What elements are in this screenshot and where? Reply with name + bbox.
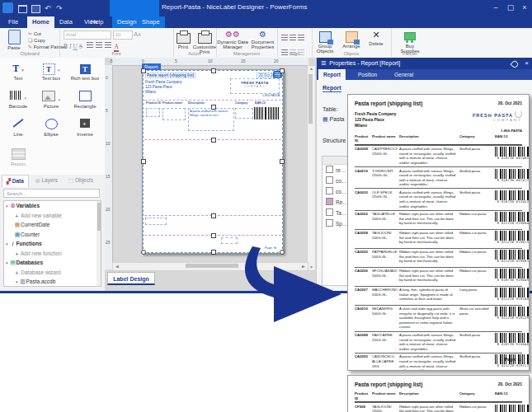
canvas-col-name[interactable]: Product name (162, 101, 182, 105)
tool-report[interactable]: Report (3, 148, 33, 166)
tree-variables[interactable]: ▾⚙Variables (4, 201, 101, 211)
tool-barcode[interactable]: ▾Barcode (3, 91, 33, 109)
tree-currentdate[interactable]: ▦CurrentDate (4, 220, 101, 230)
tree-functions[interactable]: ▾fFunctions (4, 239, 101, 249)
strike-button[interactable]: S (79, 43, 82, 50)
canvas-vscrollbar[interactable]: ▲ ▼ (307, 65, 316, 271)
canvas-logo[interactable]: FRESH PASTA COMPANY (230, 78, 280, 94)
canvas-address[interactable]: 123 Pasta Place (145, 85, 172, 89)
italic-button[interactable]: I (69, 43, 72, 50)
menu-icon[interactable]: ☰ (321, 60, 326, 66)
field-product-name[interactable] (162, 108, 186, 120)
resize-handle[interactable] (280, 159, 285, 164)
canvas-col-desc[interactable]: Description (188, 101, 205, 105)
tab-objects-panel[interactable]: ⬚ Objects (64, 175, 97, 186)
footer-field[interactable] (145, 218, 167, 225)
band-handle[interactable] (211, 213, 216, 218)
save-icon[interactable] (31, 5, 40, 13)
redo-icon[interactable]: ↷ (56, 2, 63, 14)
structure-checkbox[interactable] (326, 176, 333, 184)
align-left-icon[interactable] (87, 42, 93, 48)
canvas-col-cat[interactable]: Category (235, 101, 248, 105)
band-handle[interactable] (211, 233, 216, 238)
canvas-phone[interactable]: 1-800-PASTA (262, 94, 280, 97)
canvas-company[interactable]: Fresh Pasta Company (145, 80, 182, 84)
resize-handle[interactable] (280, 68, 285, 73)
props-tab-general[interactable]: General (389, 69, 418, 80)
tab-file[interactable]: File (3, 16, 23, 28)
scroll-left-icon[interactable]: ◀ (115, 263, 120, 269)
canvas-col-ean[interactable]: EAN-13 (255, 101, 266, 105)
resize-handle[interactable] (211, 250, 216, 255)
footer-field[interactable] (221, 237, 238, 244)
resize-handle[interactable] (211, 68, 216, 73)
tool-text-box[interactable]: T ▾Text box (36, 63, 66, 81)
tab-home[interactable]: Home (27, 16, 54, 28)
search-input[interactable]: Search... (3, 189, 100, 198)
copy-button[interactable]: ❏ Copy (28, 37, 45, 43)
structure-checkbox[interactable] (326, 198, 333, 205)
tree-pasta-table[interactable]: ▾▦Pasta (4, 287, 101, 288)
align-objects-right-icon[interactable] (298, 35, 304, 40)
group-objects-button[interactable]: Group Objects (313, 30, 337, 54)
tab-data-panel[interactable]: ▞ Data (2, 175, 29, 187)
dynamic-data-manager-button[interactable]: ⚙⚙ Dynamic Data Manager (217, 30, 248, 49)
pin-icon[interactable] (510, 59, 519, 68)
tool-rectangle[interactable]: Rectangle (70, 91, 100, 109)
tree-databases[interactable]: ▾▤Databases (4, 258, 101, 268)
props-tab-position[interactable]: Position (353, 69, 382, 80)
tab-help[interactable]: Help (86, 16, 108, 28)
canvas-col-id[interactable]: Product ID (146, 101, 161, 105)
buy-supplies-button[interactable]: Buy Supplies (397, 30, 423, 54)
tree-counter[interactable]: ▦Counter (4, 230, 101, 240)
structure-checkbox[interactable] (326, 187, 333, 194)
font-family-select[interactable]: Arial (64, 30, 111, 40)
tab-shape[interactable]: Shape (137, 16, 165, 28)
undo-icon[interactable]: ↶ (45, 2, 51, 14)
minimize-button[interactable]: – (489, 2, 502, 13)
field-barcode[interactable] (254, 107, 280, 119)
font-size-select[interactable]: 10 (113, 30, 133, 40)
database-wizard[interactable]: ＋ Database wizard (4, 268, 101, 278)
bold-button[interactable]: B (64, 43, 68, 50)
cut-button[interactable]: ✂ Cut (28, 30, 41, 36)
open-icon[interactable] (18, 5, 27, 13)
structure-checkbox[interactable] (326, 219, 333, 227)
align-objects-left-icon[interactable] (281, 35, 288, 40)
underline-button[interactable]: U (73, 43, 78, 50)
tree-scrollbar[interactable] (97, 201, 101, 286)
align-objects-center-icon[interactable] (290, 35, 296, 40)
tree-pasta-accdb[interactable]: ▾▥Pasta.accdb (4, 277, 101, 287)
band-handle[interactable] (211, 138, 216, 143)
structure-checkbox[interactable] (326, 166, 333, 173)
tab-layers-panel[interactable]: ◎ Layers (31, 175, 62, 186)
maximize-button[interactable]: ▢ (504, 2, 517, 13)
band-handle[interactable] (211, 105, 216, 110)
resize-handle[interactable] (141, 159, 146, 164)
canvas-city[interactable]: Milano (145, 90, 156, 94)
field-description[interactable]: A pasta stuffed with various fillings, r… (188, 108, 234, 131)
resize-handle[interactable] (141, 250, 146, 255)
canvas-title-field[interactable]: Pasta report (shipping list) (145, 73, 195, 78)
close-button[interactable]: × (518, 2, 531, 13)
label-page[interactable]: Report Pasta report (shipping list) 20.O… (142, 69, 284, 254)
resize-handle[interactable] (141, 68, 146, 73)
scroll-up-icon[interactable]: ▲ (308, 66, 315, 72)
tool-text[interactable]: T ▾Text (3, 63, 33, 81)
field-category[interactable] (235, 108, 253, 119)
shrink-font-icon[interactable]: A (138, 32, 141, 37)
field-product-id[interactable] (146, 108, 160, 117)
tool-picture[interactable]: ▾Picture (36, 91, 66, 109)
tool-line[interactable]: Line (3, 119, 33, 137)
arrange-button[interactable]: Arrange (339, 30, 364, 49)
tab-data[interactable]: Data (54, 16, 78, 28)
align-right-icon[interactable] (105, 42, 111, 48)
paste-button[interactable]: Paste (2, 30, 26, 50)
align-center-icon[interactable] (96, 42, 102, 48)
tool-ellipse[interactable]: Ellipse (36, 119, 66, 137)
document-properties-button[interactable]: ⚙ Document Properties (249, 30, 276, 49)
add-new-function[interactable]: ＋ Add new function (4, 249, 101, 259)
tool-inverse[interactable]: Inverse (70, 119, 100, 137)
props-tab-report[interactable]: Report (318, 69, 346, 80)
structure-checkbox[interactable] (326, 208, 333, 216)
